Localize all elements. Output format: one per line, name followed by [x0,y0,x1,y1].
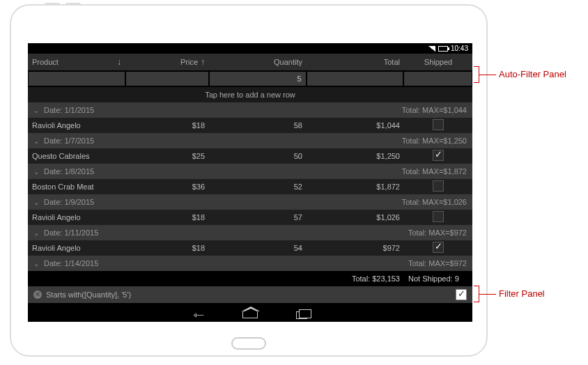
chevron-down-icon: ⌄ [33,137,39,145]
cell-product: Questo Cabrales [28,152,125,160]
cell-product: Ravioli Angelo [28,121,125,130]
cell-total: $1,250 [307,152,404,160]
column-header-product[interactable]: Product ↓ [28,57,125,67]
cell-product: Ravioli Angelo [28,213,125,222]
signal-icon [428,46,435,52]
cell-total: $972 [307,244,404,252]
cell-shipped [404,211,472,224]
summary-total: Total: $23,153 [307,274,404,283]
filter-expression[interactable]: Starts with([Quantity], '5') [46,290,131,299]
cell-quantity: 54 [209,244,307,252]
group-header[interactable]: ⌄ Date: 1/14/2015Total: MAX=$972 [28,256,472,271]
cell-quantity: 52 [209,182,307,191]
cell-total: $1,872 [307,182,404,191]
nav-back-icon[interactable]: ⇽ [187,311,210,319]
filter-price[interactable] [126,72,208,86]
cell-product: Boston Crab Meat [28,182,125,191]
table-row[interactable]: Questo Cabrales$2550$1,250 [28,148,472,164]
chevron-down-icon: ⌄ [33,260,39,267]
table-row[interactable]: Ravioli Angelo$1858$1,044 [28,118,472,133]
table-row[interactable]: Ravioli Angelo$1857$1,026 [28,210,472,225]
cell-quantity: 58 [209,121,307,130]
nav-recent-icon[interactable] [293,311,310,319]
cell-price: $18 [125,121,209,130]
summary-notshipped: Not Shipped: 9 [404,274,472,283]
column-header-shipped[interactable]: Shipped [404,58,472,66]
android-nav-bar: ⇽ [28,308,472,322]
filter-shipped[interactable] [404,72,472,86]
cell-price: $18 [125,244,209,252]
chevron-down-icon: ⌄ [33,168,39,176]
cell-quantity: 57 [209,213,307,222]
filter-total[interactable] [307,72,403,86]
group-header[interactable]: ⌄ Date: 1/11/2015Total: MAX=$972 [28,225,472,240]
cell-product: Ravioli Angelo [28,244,125,252]
shipped-checkbox[interactable] [433,150,444,161]
status-time: 10:43 [451,45,468,52]
chevron-down-icon: ⌄ [33,229,39,237]
cell-price: $36 [125,182,209,191]
summary-row: Total: $23,153 Not Shipped: 9 [28,271,472,286]
battery-icon [438,46,448,52]
column-header-quantity[interactable]: Quantity [209,58,307,66]
grid-header: Product ↓ Price ↑ Quantity Total Shipped [28,54,472,70]
cell-shipped [404,150,472,162]
cell-shipped [404,119,472,132]
cell-shipped [404,242,472,254]
shipped-checkbox[interactable] [433,180,444,192]
sort-desc-icon: ↓ [117,57,121,67]
home-button[interactable] [231,337,266,350]
cell-total: $1,044 [307,121,404,130]
chevron-down-icon: ⌄ [33,107,39,114]
group-header[interactable]: ⌄ Date: 1/1/2015Total: MAX=$1,044 [28,102,472,118]
filter-panel: ✕ Starts with([Quantity], '5') [28,286,472,303]
table-row[interactable]: Boston Crab Meat$3652$1,872 [28,179,472,194]
cell-quantity: 50 [209,152,307,160]
filter-product[interactable] [29,72,125,86]
add-new-row[interactable]: Tap here to add a new row [28,87,472,102]
shipped-checkbox[interactable] [433,211,444,222]
filter-clear-icon[interactable]: ✕ [33,290,42,299]
filter-quantity[interactable]: 5 [210,72,306,86]
app-screen: 10:43 Product ↓ Price ↑ Quantity Total S… [28,43,472,322]
group-header[interactable]: ⌄ Date: 1/7/2015Total: MAX=$1,250 [28,133,472,148]
status-bar: 10:43 [28,43,472,54]
tablet-frame: 10:43 Product ↓ Price ↑ Quantity Total S… [10,4,488,357]
auto-filter-row: 5 [28,70,472,87]
column-header-price[interactable]: Price ↑ [125,57,209,67]
cell-total: $1,026 [307,213,404,222]
shipped-checkbox[interactable] [433,119,444,130]
chevron-down-icon: ⌄ [33,199,39,206]
column-header-total[interactable]: Total [307,58,404,66]
cell-price: $25 [125,152,209,160]
cell-shipped [404,180,472,193]
group-header[interactable]: ⌄ Date: 1/8/2015Total: MAX=$1,872 [28,164,472,179]
sort-asc-icon: ↑ [201,57,205,67]
shipped-checkbox[interactable] [433,242,444,253]
group-header[interactable]: ⌄ Date: 1/9/2015Total: MAX=$1,026 [28,194,472,210]
cell-price: $18 [125,213,209,222]
filter-enabled-checkbox[interactable] [456,289,467,300]
nav-home-icon[interactable] [242,311,258,319]
table-row[interactable]: Ravioli Angelo$1854$972 [28,240,472,256]
